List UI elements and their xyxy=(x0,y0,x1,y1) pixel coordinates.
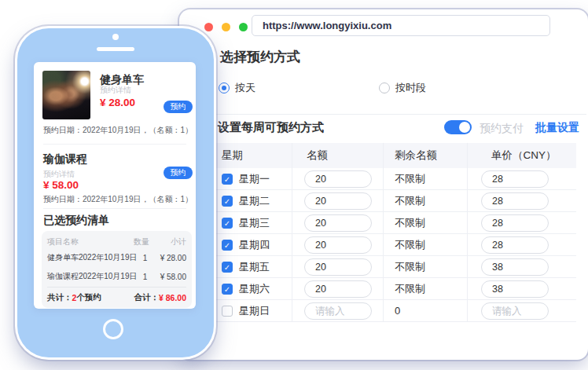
item-details-label: 预约详情 xyxy=(100,85,131,96)
booking-date-line: 预约日期：2022年10月19日，（名额：1） xyxy=(43,194,193,205)
weekly-settings-title: 设置每周可预约方式 xyxy=(218,120,324,135)
day-label: 星期日 xyxy=(239,304,270,318)
price-input[interactable] xyxy=(481,258,549,276)
radio-option-by-day[interactable]: 按天 xyxy=(219,81,255,95)
payment-toggle[interactable] xyxy=(444,120,472,134)
table-row: 星期六 不限制 xyxy=(216,278,576,300)
stage: 选择预约方式 按天 按时段 设置每周可预约方式 预约支付 批量设置 星期 名额 … xyxy=(0,0,588,370)
quota-input[interactable] xyxy=(304,214,372,232)
day-checkbox[interactable] xyxy=(222,174,233,185)
table-row: 星期一 不限制 xyxy=(216,168,576,190)
price-input[interactable] xyxy=(481,170,549,188)
day-checkbox[interactable] xyxy=(222,196,233,207)
browser-topbar xyxy=(181,11,586,42)
day-label: 星期二 xyxy=(239,194,270,208)
sum-value: ¥ 86.00 xyxy=(159,293,186,302)
quota-input[interactable] xyxy=(304,258,372,276)
day-checkbox[interactable] xyxy=(222,284,233,295)
radio-icon xyxy=(379,82,390,93)
minimize-button-icon[interactable] xyxy=(222,23,230,31)
remaining-value: 不限制 xyxy=(395,282,425,296)
remaining-value: 不限制 xyxy=(395,194,425,208)
cart-item-subtotal: ¥ 28.00 xyxy=(153,254,186,262)
traffic-lights xyxy=(204,23,248,31)
day-checkbox[interactable] xyxy=(222,218,233,229)
header-quota: 名额 xyxy=(292,143,384,168)
cart-footer: 共计：2个预约 合计：¥ 86.00 xyxy=(47,287,186,308)
radio-option-by-timeslot[interactable]: 按时段 xyxy=(379,81,426,95)
camera-dot-icon xyxy=(112,34,119,40)
cart-item-subtotal: ¥ 58.00 xyxy=(153,273,186,281)
price-input[interactable] xyxy=(481,302,549,320)
cart-header-row: 项目名称 数量 小计 xyxy=(47,235,186,248)
payment-toggle-label: 预约支付 xyxy=(480,122,524,136)
url-input[interactable] xyxy=(252,15,550,36)
divider xyxy=(43,144,186,145)
book-button[interactable]: 预约 xyxy=(164,101,193,113)
price-input[interactable] xyxy=(481,214,549,232)
price-input[interactable] xyxy=(481,236,549,254)
day-label: 星期四 xyxy=(239,238,270,252)
spin-class-photo xyxy=(42,71,90,119)
quota-input[interactable] xyxy=(304,170,372,188)
batch-settings-link[interactable]: 批量设置 xyxy=(535,121,579,135)
cart-item-name: 瑜伽课程2022年10月19日 xyxy=(47,271,138,282)
quota-input[interactable] xyxy=(304,302,372,320)
price-input[interactable] xyxy=(481,280,549,298)
remaining-value: 不限制 xyxy=(395,260,425,274)
quota-input[interactable] xyxy=(304,192,372,210)
cart-col-qty: 数量 xyxy=(133,236,150,247)
table-row: 星期三 不限制 xyxy=(216,212,576,234)
phone-mockup: 健身单车 预约详情 ¥ 28.00 预约 预约日期：2022年10月19日，（名… xyxy=(17,28,214,357)
phone-screen-card: 健身单车 预约详情 ¥ 28.00 预约 预约日期：2022年10月19日，（名… xyxy=(34,62,196,309)
total-suffix: 个预约 xyxy=(76,292,101,303)
cart-item-qty: 1 xyxy=(138,254,153,262)
book-button[interactable]: 预约 xyxy=(164,167,193,179)
day-label: 星期五 xyxy=(239,260,270,274)
booking-date-line: 预约日期：2022年10月19日，（名额：1） xyxy=(43,125,193,136)
toggle-knob-icon xyxy=(459,122,470,133)
cart-item-name: 健身单车2022年10月19日 xyxy=(47,252,138,263)
day-checkbox[interactable] xyxy=(222,262,233,273)
table-row: 星期五 不限制 xyxy=(216,256,576,278)
day-label: 星期三 xyxy=(239,216,270,230)
sum-label: 合计： xyxy=(134,292,159,303)
price-input[interactable] xyxy=(481,192,549,210)
cart-row: 健身单车2022年10月19日 1 ¥ 28.00 xyxy=(47,248,186,267)
table-header-row: 星期 名额 剩余名额 单价（CNY） xyxy=(216,143,576,168)
radio-label: 按天 xyxy=(235,81,255,95)
item-details-label: 预约详情 xyxy=(43,169,75,180)
day-label: 星期一 xyxy=(239,172,270,186)
quota-input[interactable] xyxy=(304,280,372,298)
quota-input[interactable] xyxy=(304,236,372,254)
table-row: 星期四 不限制 xyxy=(216,234,576,256)
cart-heading: 已选预约清单 xyxy=(43,214,109,228)
header-remaining: 剩余名额 xyxy=(384,143,468,168)
radio-icon xyxy=(219,82,230,93)
item-price: ¥ 28.00 xyxy=(100,97,135,108)
item-title: 瑜伽课程 xyxy=(43,152,87,167)
day-checkbox[interactable] xyxy=(222,306,233,317)
item-price: ¥ 58.00 xyxy=(43,179,79,191)
total-label: 共计： xyxy=(47,292,72,303)
maximize-button-icon[interactable] xyxy=(239,23,248,31)
cart-col-subtotal: 小计 xyxy=(150,236,186,247)
home-button[interactable] xyxy=(103,319,123,339)
table-row: 星期日 0 xyxy=(216,300,576,322)
header-price: 单价（CNY） xyxy=(468,143,576,168)
table-row: 星期二 不限制 xyxy=(216,190,576,212)
divider xyxy=(43,208,186,209)
cart-box: 项目名称 数量 小计 健身单车2022年10月19日 1 ¥ 28.00 瑜伽课… xyxy=(42,231,192,308)
close-button-icon[interactable] xyxy=(204,23,213,31)
section-divider xyxy=(181,114,586,115)
remaining-value: 不限制 xyxy=(395,216,425,230)
table-body: 星期一 不限制 星期二 不限制 星期三 不限制 星期四 不限制 星期五 xyxy=(216,168,576,322)
cart-item-qty: 1 xyxy=(138,273,153,281)
header-day: 星期 xyxy=(216,143,292,168)
speaker-bar-icon xyxy=(97,47,134,51)
remaining-value: 不限制 xyxy=(395,172,425,186)
cart-col-name: 项目名称 xyxy=(47,236,133,247)
day-checkbox[interactable] xyxy=(222,240,233,251)
radio-label: 按时段 xyxy=(395,81,426,95)
remaining-value: 0 xyxy=(395,305,400,317)
